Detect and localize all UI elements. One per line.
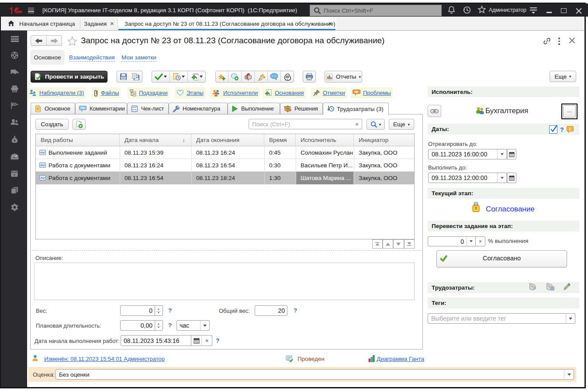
svg-text:i: i — [570, 127, 571, 131]
svg-text:7: 7 — [14, 173, 16, 177]
